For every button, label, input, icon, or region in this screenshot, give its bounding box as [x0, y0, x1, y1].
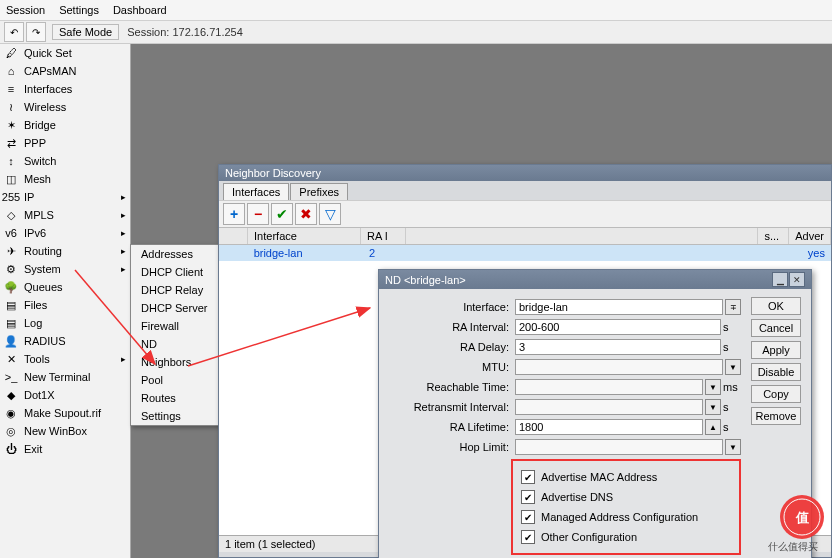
submenu-item-dhcp-client[interactable]: DHCP Client [131, 263, 223, 281]
safe-mode-button[interactable]: Safe Mode [52, 24, 119, 40]
menu-settings[interactable]: Settings [59, 4, 99, 16]
sidebar-item-make-supout.rif[interactable]: ◉Make Supout.rif [0, 404, 130, 422]
unit-s: s [723, 421, 741, 433]
sidebar-item-mpls[interactable]: ◇MPLS▸ [0, 206, 130, 224]
disable-button[interactable]: ✖ [295, 203, 317, 225]
sidebar-item-mesh[interactable]: ◫Mesh [0, 170, 130, 188]
col-s[interactable]: s... [758, 228, 789, 244]
col-adver[interactable]: Adver [789, 228, 831, 244]
sidebar-icon: ✕ [4, 352, 18, 366]
sidebar-item-new-winbox[interactable]: ◎New WinBox [0, 422, 130, 440]
filter-button[interactable]: ▽ [319, 203, 341, 225]
cancel-button[interactable]: Cancel [751, 319, 801, 337]
sidebar-item-exit[interactable]: ⏻Exit [0, 440, 130, 458]
input-reachable[interactable] [515, 379, 703, 395]
dropdown-icon[interactable]: ∓ [725, 299, 741, 315]
sidebar-item-quick-set[interactable]: 🖊Quick Set [0, 44, 130, 62]
apply-button[interactable]: Apply [751, 341, 801, 359]
menu-session[interactable]: Session [6, 4, 45, 16]
remove-button[interactable]: − [247, 203, 269, 225]
sidebar-item-switch[interactable]: ↕Switch [0, 152, 130, 170]
sidebar: 🖊Quick Set⌂CAPsMAN≡Interfaces≀Wireless✶B… [0, 44, 131, 558]
menu-dashboard[interactable]: Dashboard [113, 4, 167, 16]
input-ra-delay[interactable] [515, 339, 721, 355]
unit-s: s [723, 401, 741, 413]
sidebar-label: System [24, 263, 61, 275]
sidebar-item-ip[interactable]: 255IP▸ [0, 188, 130, 206]
submenu-item-dhcp-server[interactable]: DHCP Server [131, 299, 223, 317]
window-min-icon[interactable]: ▁ [772, 272, 788, 287]
sidebar-item-capsman[interactable]: ⌂CAPsMAN [0, 62, 130, 80]
checkbox-icon[interactable]: ✔ [521, 470, 535, 484]
sidebar-label: Make Supout.rif [24, 407, 101, 419]
sidebar-item-system[interactable]: ⚙System▸ [0, 260, 130, 278]
sidebar-item-ipv6[interactable]: v6IPv6▸ [0, 224, 130, 242]
table-row[interactable]: bridge-lan 2 yes [219, 245, 831, 261]
collapse-icon[interactable]: ▲ [705, 419, 721, 435]
submenu-item-neighbors[interactable]: Neighbors [131, 353, 223, 371]
sidebar-icon: ⏻ [4, 442, 18, 456]
sidebar-item-tools[interactable]: ✕Tools▸ [0, 350, 130, 368]
redo-button[interactable]: ↷ [26, 22, 46, 42]
sidebar-item-dot1x[interactable]: ◆Dot1X [0, 386, 130, 404]
checkbox-label: Managed Address Configuration [541, 511, 698, 523]
checkbox-icon[interactable]: ✔ [521, 530, 535, 544]
checkbox-label: Other Configuration [541, 531, 637, 543]
expand-icon[interactable]: ▼ [725, 359, 741, 375]
sidebar-label: PPP [24, 137, 46, 149]
checkbox-icon[interactable]: ✔ [521, 490, 535, 504]
nd-toolbar: + − ✔ ✖ ▽ Fin [219, 200, 831, 227]
input-hop-limit[interactable] [515, 439, 723, 455]
checkbox-row[interactable]: ✔Advertise DNS [521, 487, 731, 507]
add-button[interactable]: + [223, 203, 245, 225]
watermark-badge: 值 什么值得买 [758, 492, 828, 554]
sidebar-item-files[interactable]: ▤Files [0, 296, 130, 314]
submenu-item-settings[interactable]: Settings [131, 407, 223, 425]
undo-button[interactable]: ↶ [4, 22, 24, 42]
submenu-item-firewall[interactable]: Firewall [131, 317, 223, 335]
dlg-titlebar[interactable]: ND <bridge-lan> ▁ ✕ [379, 270, 811, 289]
remove-button[interactable]: Remove [751, 407, 801, 425]
input-interface[interactable] [515, 299, 723, 315]
input-mtu[interactable] [515, 359, 723, 375]
chevron-right-icon: ▸ [121, 264, 126, 274]
disable-button[interactable]: Disable [751, 363, 801, 381]
tab-interfaces[interactable]: Interfaces [223, 183, 289, 200]
expand-icon[interactable]: ▼ [705, 399, 721, 415]
label-reachable: Reachable Time: [391, 381, 515, 393]
sidebar-icon: ✶ [4, 118, 18, 132]
col-rai[interactable]: RA I [361, 228, 406, 244]
col-interface[interactable]: Interface [248, 228, 361, 244]
expand-icon[interactable]: ▼ [725, 439, 741, 455]
sidebar-item-queues[interactable]: 🌳Queues [0, 278, 130, 296]
submenu-item-addresses[interactable]: Addresses [131, 245, 223, 263]
checkbox-row[interactable]: ✔Managed Address Configuration [521, 507, 731, 527]
enable-button[interactable]: ✔ [271, 203, 293, 225]
sidebar-icon: >_ [4, 370, 18, 384]
input-ra-lifetime[interactable] [515, 419, 703, 435]
submenu-item-routes[interactable]: Routes [131, 389, 223, 407]
input-retransmit[interactable] [515, 399, 703, 415]
checkbox-icon[interactable]: ✔ [521, 510, 535, 524]
sidebar-item-routing[interactable]: ✈Routing▸ [0, 242, 130, 260]
sidebar-item-log[interactable]: ▤Log [0, 314, 130, 332]
nd-titlebar[interactable]: Neighbor Discovery [219, 165, 831, 181]
sidebar-item-new-terminal[interactable]: >_New Terminal [0, 368, 130, 386]
checkbox-row[interactable]: ✔Other Configuration [521, 527, 731, 547]
sidebar-item-ppp[interactable]: ⇄PPP [0, 134, 130, 152]
sidebar-item-radius[interactable]: 👤RADIUS [0, 332, 130, 350]
window-close-icon[interactable]: ✕ [789, 272, 805, 287]
checkbox-row[interactable]: ✔Advertise MAC Address [521, 467, 731, 487]
sidebar-item-bridge[interactable]: ✶Bridge [0, 116, 130, 134]
sidebar-label: Bridge [24, 119, 56, 131]
copy-button[interactable]: Copy [751, 385, 801, 403]
submenu-item-dhcp-relay[interactable]: DHCP Relay [131, 281, 223, 299]
input-ra-interval[interactable] [515, 319, 721, 335]
tab-prefixes[interactable]: Prefixes [290, 183, 348, 200]
submenu-item-nd[interactable]: ND [131, 335, 223, 353]
sidebar-item-wireless[interactable]: ≀Wireless [0, 98, 130, 116]
expand-icon[interactable]: ▼ [705, 379, 721, 395]
sidebar-item-interfaces[interactable]: ≡Interfaces [0, 80, 130, 98]
ok-button[interactable]: OK [751, 297, 801, 315]
submenu-item-pool[interactable]: Pool [131, 371, 223, 389]
